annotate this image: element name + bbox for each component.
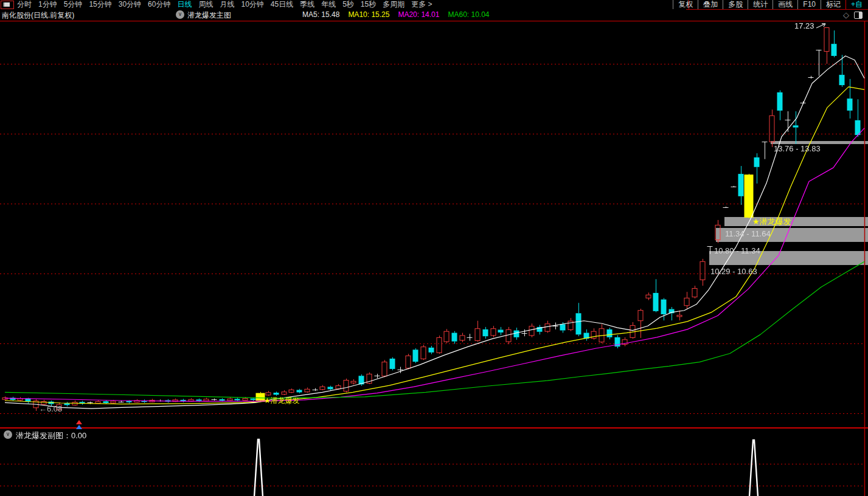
tab-period-11[interactable]: 季线 [300, 1, 314, 9]
tab-period-3[interactable]: 15分钟 [89, 1, 111, 9]
ma-value-labels: MA5: 15.48MA10: 15.25MA20: 14.01MA60: 10… [302, 10, 490, 19]
toolbar-button-6[interactable]: 标记 [821, 0, 845, 9]
app-window-icon[interactable] [1, 1, 14, 9]
split-window-icon[interactable] [854, 12, 863, 19]
signal-label-first: ★潜龙爆发 [264, 396, 300, 405]
ma-label-3: MA60: 10.04 [448, 10, 489, 19]
toolbar-button-add-custom[interactable]: +自选 [845, 0, 868, 9]
price-range-label-3: 10.80 - 11.34 [714, 247, 760, 255]
toolbar-button-2[interactable]: 多股 [723, 0, 748, 9]
tool-buttons: 复权叠加多股统计画线F10标记+自选 [673, 0, 868, 9]
main-indicator-title[interactable]: 潜龙爆发主图 [187, 10, 231, 21]
peak-arrow-icon [816, 21, 829, 30]
tab-period-15[interactable]: 多周期 [383, 1, 404, 9]
tab-period-4[interactable]: 30分钟 [119, 1, 141, 9]
toolbar-button-5[interactable]: F10 [797, 0, 821, 9]
tab-period-7[interactable]: 周线 [198, 1, 213, 9]
toolbar-button-1[interactable]: 叠加 [698, 0, 723, 9]
blue-arrow-icon [76, 425, 82, 429]
buy-signal-marker [76, 420, 82, 430]
trading-app-window: 13.76 - 13.83 ★潜龙爆发 11.34 - 11.64 10.80 … [0, 0, 868, 496]
tab-period-13[interactable]: 5秒 [342, 1, 354, 9]
tab-period-2[interactable]: 5分钟 [64, 1, 83, 9]
price-range-label-4: 10.29 - 10.63 [710, 267, 757, 276]
period-tabs: 分时1分钟5分钟15分钟30分钟60分钟日线周线月线10分钟45日线季线年线5秒… [17, 1, 432, 9]
toolbar-button-3[interactable]: 统计 [748, 0, 773, 9]
info-bar: 南化股份(日线.前复权) ∨ 潜龙爆发主图 MA5: 15.48MA10: 15… [0, 10, 868, 21]
ma-label-1: MA10: 15.25 [348, 10, 389, 19]
tab-period-1[interactable]: 1分钟 [38, 1, 57, 9]
price-range-label-2: 11.34 - 11.64 [725, 230, 771, 238]
toolbar-button-4[interactable]: 画线 [773, 0, 797, 9]
chevron-down-icon[interactable]: ∨ [176, 10, 184, 19]
tab-period-6[interactable]: 日线 [177, 1, 192, 9]
ma-label-2: MA20: 14.01 [398, 10, 439, 19]
toolbar-button-0[interactable]: 复权 [673, 0, 698, 9]
tab-period-5[interactable]: 60分钟 [148, 1, 170, 9]
tab-period-14[interactable]: 15秒 [361, 1, 376, 9]
chevron-down-icon[interactable]: ∨ [4, 430, 12, 439]
ma-label-0: MA5: 15.48 [302, 10, 339, 19]
stock-title[interactable]: 南化股份(日线.前复权) [2, 10, 74, 21]
subpanel-indicator-label[interactable]: 潜龙爆发副图：0.00 [16, 430, 86, 441]
tab-period-12[interactable]: 年线 [321, 1, 336, 9]
peak-price-label: 17.23 [794, 22, 814, 30]
low-price-label: ←6.08 [39, 405, 62, 413]
tab-period-8[interactable]: 月线 [220, 1, 234, 9]
red-arrow-icon [76, 420, 82, 424]
diamond-icon[interactable]: ◇ [843, 10, 849, 19]
tab-period-10[interactable]: 45日线 [271, 1, 293, 9]
tab-period-0[interactable]: 分时 [17, 1, 32, 9]
tab-period-9[interactable]: 10分钟 [241, 1, 263, 9]
period-toolbar: 分时1分钟5分钟15分钟30分钟60分钟日线周线月线10分钟45日线季线年线5秒… [0, 0, 868, 10]
signal-label-main: ★潜龙爆发 [752, 218, 791, 226]
price-range-label-1: 13.76 - 13.83 [774, 145, 821, 153]
tab-period-16[interactable]: 更多 > [411, 1, 432, 9]
